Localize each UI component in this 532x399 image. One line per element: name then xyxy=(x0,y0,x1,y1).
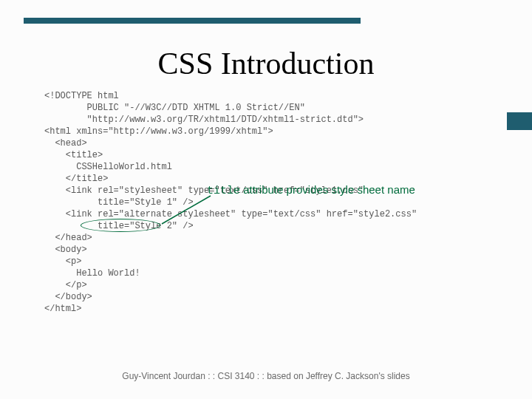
code-line: "http://www.w3.org/TR/xhtml1/DTD/xhtml1-… xyxy=(44,115,364,125)
code-line: CSSHelloWorld.html xyxy=(44,162,172,172)
code-line: </body> xyxy=(44,292,92,302)
annotation-code-word: title xyxy=(207,185,240,197)
code-line: <body> xyxy=(44,245,87,255)
code-line: </title> xyxy=(44,174,108,184)
annotation-text: attribute provides style sheet name xyxy=(240,183,415,196)
accent-bar-right xyxy=(507,112,532,130)
code-line: </head> xyxy=(44,233,92,243)
code-line: <!DOCTYPE html xyxy=(44,91,119,101)
accent-bar-top xyxy=(24,18,361,24)
code-line: </html> xyxy=(44,304,81,314)
code-line: <link rel="alternate stylesheet" type="t… xyxy=(44,209,417,219)
code-line: <p> xyxy=(44,256,81,267)
code-line: <title> xyxy=(44,150,103,160)
annotation-label: title attribute provides style sheet nam… xyxy=(207,183,415,197)
code-line: <html xmlns="http://www.w3.org/1999/xhtm… xyxy=(44,126,273,137)
code-line: PUBLIC "-//W3C//DTD XHTML 1.0 Strict//EN… xyxy=(44,103,305,113)
slide-footer: Guy-Vincent Jourdan : : CSI 3140 : : bas… xyxy=(0,371,532,381)
code-line: title="Style 1" /> xyxy=(44,197,194,208)
slide-title: CSS Introduction xyxy=(0,46,532,81)
code-line: title="Style 2" /> xyxy=(44,221,194,231)
code-line: <head> xyxy=(44,138,87,149)
code-block: <!DOCTYPE html PUBLIC "-//W3C//DTD XHTML… xyxy=(44,90,502,315)
code-line: </p> xyxy=(44,280,87,290)
code-line: Hello World! xyxy=(44,268,140,279)
